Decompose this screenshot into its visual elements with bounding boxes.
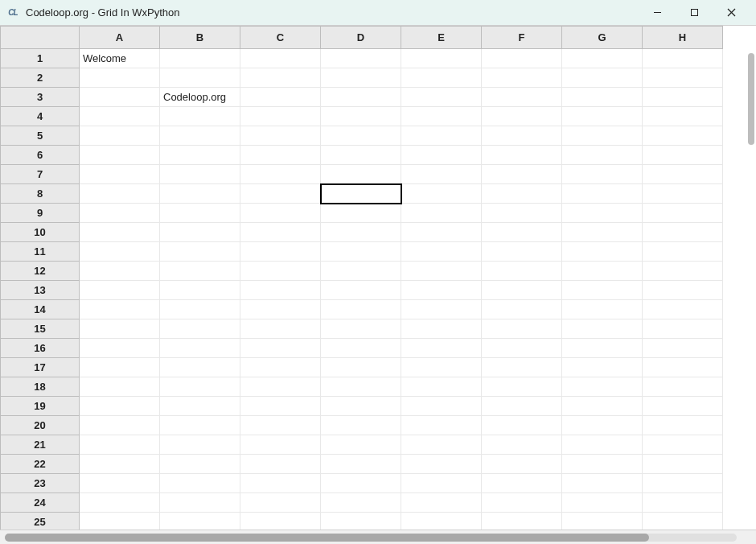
cell-B12[interactable]	[160, 262, 240, 281]
cell-A9[interactable]	[80, 204, 160, 223]
cell-E12[interactable]	[401, 262, 482, 281]
cell-G18[interactable]	[562, 377, 643, 397]
cell-D23[interactable]	[321, 474, 401, 493]
cell-H8[interactable]	[643, 184, 723, 204]
row-header-9[interactable]: 9	[1, 204, 80, 223]
cell-B23[interactable]	[160, 474, 240, 493]
cell-G12[interactable]	[562, 262, 643, 281]
cell-D24[interactable]	[321, 493, 401, 513]
horizontal-scrollbar[interactable]	[5, 534, 737, 542]
cell-G5[interactable]	[562, 126, 643, 146]
cell-D11[interactable]	[321, 242, 401, 262]
cell-D2[interactable]	[321, 68, 401, 88]
cell-E18[interactable]	[401, 377, 482, 397]
grid-table[interactable]: ABCDEFGH1Welcome23Codeloop.org4567891011…	[0, 26, 723, 530]
cell-B18[interactable]	[160, 377, 240, 397]
vertical-scrollbar[interactable]	[748, 53, 754, 513]
cell-A21[interactable]	[80, 435, 160, 455]
cell-F4[interactable]	[482, 107, 562, 126]
cell-B13[interactable]	[160, 281, 240, 300]
row-header-20[interactable]: 20	[1, 416, 80, 435]
cell-G24[interactable]	[562, 493, 643, 513]
cell-E3[interactable]	[401, 88, 482, 107]
cell-E14[interactable]	[401, 300, 482, 319]
cell-A18[interactable]	[80, 377, 160, 397]
row-header-15[interactable]: 15	[1, 319, 80, 339]
cell-E20[interactable]	[401, 416, 482, 435]
cell-B14[interactable]	[160, 300, 240, 319]
row-header-22[interactable]: 22	[1, 455, 80, 474]
cell-D20[interactable]	[321, 416, 401, 435]
cell-G25[interactable]	[562, 513, 643, 530]
cell-F6[interactable]	[482, 146, 562, 165]
cell-H17[interactable]	[643, 358, 723, 377]
cell-E24[interactable]	[401, 493, 482, 513]
col-header-F[interactable]: F	[482, 27, 562, 49]
cell-H12[interactable]	[643, 262, 723, 281]
cell-C5[interactable]	[240, 126, 321, 146]
cell-G13[interactable]	[562, 281, 643, 300]
row-header-1[interactable]: 1	[1, 49, 80, 68]
cell-B3[interactable]: Codeloop.org	[160, 88, 240, 107]
row-header-12[interactable]: 12	[1, 262, 80, 281]
cell-C22[interactable]	[240, 455, 321, 474]
cell-B15[interactable]	[160, 319, 240, 339]
cell-C6[interactable]	[240, 146, 321, 165]
cell-A19[interactable]	[80, 397, 160, 416]
cell-G3[interactable]	[562, 88, 643, 107]
cell-E7[interactable]	[401, 165, 482, 184]
cell-G11[interactable]	[562, 242, 643, 262]
cell-D7[interactable]	[321, 165, 401, 184]
cell-D12[interactable]	[321, 262, 401, 281]
cell-A23[interactable]	[80, 474, 160, 493]
cell-H18[interactable]	[643, 377, 723, 397]
cell-C15[interactable]	[240, 319, 321, 339]
row-header-21[interactable]: 21	[1, 435, 80, 455]
cell-D22[interactable]	[321, 455, 401, 474]
cell-F3[interactable]	[482, 88, 562, 107]
cell-F10[interactable]	[482, 223, 562, 242]
cell-E2[interactable]	[401, 68, 482, 88]
cell-A2[interactable]	[80, 68, 160, 88]
cell-B6[interactable]	[160, 146, 240, 165]
cell-B9[interactable]	[160, 204, 240, 223]
cell-C21[interactable]	[240, 435, 321, 455]
cell-E19[interactable]	[401, 397, 482, 416]
col-header-A[interactable]: A	[80, 27, 160, 49]
row-header-4[interactable]: 4	[1, 107, 80, 126]
cell-C10[interactable]	[240, 223, 321, 242]
maximize-button[interactable]	[676, 1, 713, 25]
cell-C9[interactable]	[240, 204, 321, 223]
minimize-button[interactable]	[639, 1, 676, 25]
cell-A14[interactable]	[80, 300, 160, 319]
cell-C18[interactable]	[240, 377, 321, 397]
cell-H1[interactable]	[643, 49, 723, 68]
row-header-6[interactable]: 6	[1, 146, 80, 165]
cell-F20[interactable]	[482, 416, 562, 435]
cell-B1[interactable]	[160, 49, 240, 68]
cell-H23[interactable]	[643, 474, 723, 493]
cell-H9[interactable]	[643, 204, 723, 223]
cell-B10[interactable]	[160, 223, 240, 242]
cell-B5[interactable]	[160, 126, 240, 146]
cell-F14[interactable]	[482, 300, 562, 319]
cell-A17[interactable]	[80, 358, 160, 377]
cell-B19[interactable]	[160, 397, 240, 416]
cell-E15[interactable]	[401, 319, 482, 339]
cell-E21[interactable]	[401, 435, 482, 455]
cell-A11[interactable]	[80, 242, 160, 262]
col-header-C[interactable]: C	[240, 27, 321, 49]
cell-C11[interactable]	[240, 242, 321, 262]
cell-A8[interactable]	[80, 184, 160, 204]
cell-D25[interactable]	[321, 513, 401, 530]
cell-G2[interactable]	[562, 68, 643, 88]
cell-E22[interactable]	[401, 455, 482, 474]
cell-D15[interactable]	[321, 319, 401, 339]
cell-E1[interactable]	[401, 49, 482, 68]
cell-C1[interactable]	[240, 49, 321, 68]
cell-D3[interactable]	[321, 88, 401, 107]
cell-A20[interactable]	[80, 416, 160, 435]
cell-F21[interactable]	[482, 435, 562, 455]
cell-E10[interactable]	[401, 223, 482, 242]
grid-scroll[interactable]: ABCDEFGH1Welcome23Codeloop.org4567891011…	[0, 26, 756, 530]
